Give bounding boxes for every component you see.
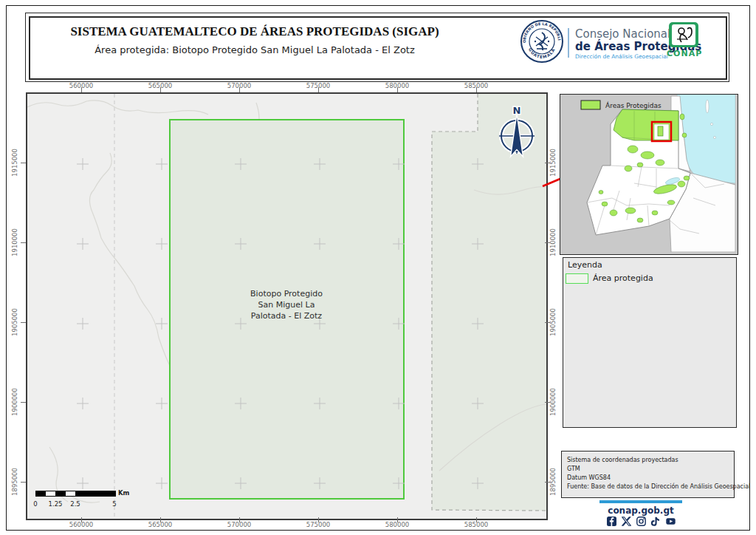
scale-bar-label: 1.25 (49, 500, 63, 508)
y-axis-label-right: 1915000 (549, 149, 557, 177)
legend-item-label: Área protegida (593, 273, 653, 283)
legend-area-swatch (566, 273, 588, 284)
x-tick-top (397, 87, 398, 92)
y-tick-left (21, 402, 26, 403)
credits-line: GTM (567, 466, 580, 472)
y-tick-right (545, 163, 550, 163)
credits-line: Sistema de coordenadas proyectadas (567, 457, 678, 463)
x-tick-bottom (397, 517, 398, 522)
y-tick-left (21, 163, 26, 163)
y-tick-left (21, 242, 26, 243)
org-name-line1: Consejo Nacional (575, 27, 670, 41)
x-tick-top (239, 87, 240, 92)
area-label-line3: Palotada - El Zotz (235, 310, 338, 321)
credits-line: Fuente: Base de datos de la Dirección de… (567, 483, 750, 490)
header-divider (568, 28, 569, 58)
x-tick-top (476, 87, 477, 92)
youtube-icon (666, 517, 676, 526)
scale-bar-segment (75, 491, 116, 497)
y-axis-label-left: 1895000 (11, 468, 18, 496)
area-label-line1: Biotopo Protegido (235, 288, 338, 299)
x-tick-bottom (160, 517, 161, 522)
inset-legend-swatch (581, 100, 600, 109)
protected-area-label: Biotopo Protegido San Miguel La Palotada… (235, 288, 338, 321)
facebook-icon (607, 517, 616, 526)
x-tick-top (318, 87, 319, 92)
y-axis-label-left: 1900000 (11, 388, 18, 416)
inset-legend-label: Áreas Protegidas (605, 101, 662, 109)
y-tick-left (21, 482, 26, 483)
conap-logo (668, 21, 699, 48)
social-icons-row (607, 517, 695, 526)
instagram-icon (636, 517, 646, 526)
y-axis-label-right: 1900000 (549, 388, 557, 416)
conap-wordmark: CONAP (667, 49, 701, 58)
y-tick-left (21, 322, 26, 323)
org-name-line3: Dirección de Análisis Geoespacial (575, 53, 668, 60)
y-axis-label-left: 1905000 (11, 308, 18, 336)
y-axis-label-left: 1915000 (11, 149, 18, 177)
x-tick-top (81, 87, 82, 92)
inset-locator-map: Áreas Protegidas (560, 94, 738, 255)
page-subtitle: Área protegida: Biotopo Protegido San Mi… (44, 44, 465, 55)
tiktok-icon (651, 517, 661, 526)
guatemala-seal-logo: GOBIERNO DE LA REPÚBLICA GUATEMALA (518, 18, 566, 65)
footer-website: conap.gob.gt (582, 505, 700, 516)
x-tick-bottom (318, 517, 319, 522)
y-tick-right (545, 482, 550, 483)
x-tick-bottom (476, 517, 477, 522)
x-tick-bottom (239, 517, 240, 522)
y-axis-label-left: 1910000 (11, 228, 18, 256)
x-tick-bottom (81, 517, 82, 522)
x-twitter-icon (622, 517, 631, 526)
scale-bar-label: 2.5 (70, 500, 80, 508)
map-sheet: SISTEMA GUATEMALTECO DE ÁREAS PROTEGIDAS… (0, 0, 756, 535)
scale-bar-label: 5 (112, 500, 116, 508)
credits-line: Datum WGS84 (567, 474, 611, 481)
page-title: SISTEMA GUATEMALTECO DE ÁREAS PROTEGIDAS… (44, 24, 465, 39)
x-tick-top (160, 87, 161, 92)
north-arrow: N (496, 103, 537, 163)
y-tick-right (545, 242, 550, 243)
y-tick-right (545, 322, 550, 323)
area-label-line2: San Miguel La (235, 299, 338, 310)
y-axis-label-right: 1895000 (549, 468, 557, 496)
y-tick-right (545, 402, 550, 403)
scale-unit: Km (118, 489, 129, 497)
footer-accent-bar (599, 500, 682, 503)
inset-map-canvas: Áreas Protegidas (560, 95, 735, 252)
inset-biotopo-polygon (658, 126, 663, 136)
y-axis-label-right: 1905000 (549, 308, 557, 336)
legend-title: Leyenda (568, 260, 602, 270)
y-axis-label-right: 1910000 (549, 228, 557, 256)
scale-bar-label: 0 (33, 500, 37, 508)
